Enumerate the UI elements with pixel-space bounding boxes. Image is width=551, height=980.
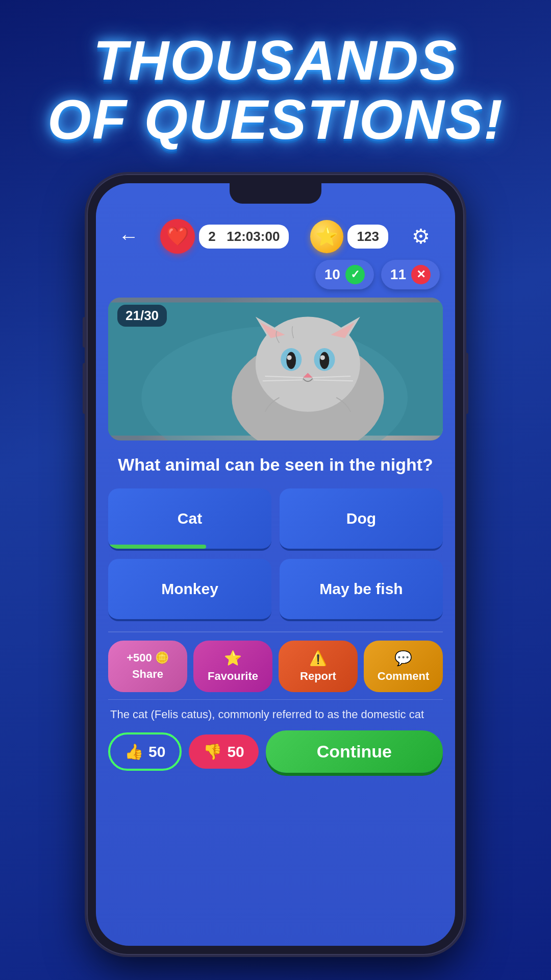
wrong-score-badge: 11 ✕ <box>381 260 440 289</box>
downvote-button[interactable]: 👎 50 <box>189 734 258 769</box>
coin-icon <box>310 220 343 253</box>
svg-point-10 <box>286 352 296 369</box>
star-icon: ⭐ <box>224 650 242 667</box>
continue-label: Continue <box>317 742 392 761</box>
answer-cat[interactable]: Cat <box>108 488 271 551</box>
description-text: The cat (Felis catus), commonly referred… <box>108 699 443 723</box>
share-label: Share <box>132 668 163 681</box>
thumbs-up-icon: 👍 <box>124 743 143 761</box>
phone-wrapper: ← 2 12:03:00 123 <box>87 174 464 955</box>
question-text: What animal can be seen in the night? <box>108 453 443 477</box>
back-button[interactable]: ← <box>113 221 144 252</box>
comment-label: Comment <box>378 670 429 683</box>
report-label: Report <box>300 670 336 683</box>
timer-value: 12:03:00 <box>227 229 280 244</box>
answers-grid: Cat Dog Monkey May be fish <box>108 488 443 621</box>
back-arrow-icon: ← <box>118 225 139 248</box>
header-bar: ← 2 12:03:00 123 <box>108 219 443 254</box>
svg-point-12 <box>287 355 291 360</box>
phone-notch <box>230 183 321 204</box>
side-button-right <box>464 353 468 414</box>
thumbs-down-icon: 👎 <box>203 743 222 761</box>
svg-point-11 <box>320 352 330 369</box>
wrong-count: 11 <box>390 266 406 283</box>
answer-cat-label: Cat <box>178 510 202 527</box>
title-line1: THOUSANDS <box>47 31 504 90</box>
share-button[interactable]: +500 🪙 Share <box>108 641 187 692</box>
title-section: THOUSANDS OF QUESTIONS! <box>47 31 504 149</box>
warning-icon: ⚠️ <box>309 650 327 667</box>
x-icon: ✕ <box>411 265 431 284</box>
score-row: 10 ✓ 11 ✕ <box>108 260 443 289</box>
answers-row-bottom: Monkey May be fish <box>108 559 443 621</box>
side-button-left-top <box>83 317 87 348</box>
share-prefix: +500 🪙 <box>127 651 169 665</box>
action-bar: +500 🪙 Share ⭐ Favourite ⚠️ Report 💬 Com… <box>108 631 443 692</box>
settings-button[interactable]: ⚙ <box>405 220 438 253</box>
lives-section: 2 12:03:00 <box>160 219 289 254</box>
lives-count: 2 12:03:00 <box>199 225 289 249</box>
answers-row-top: Cat Dog <box>108 488 443 551</box>
answer-fish-label: May be fish <box>319 580 403 598</box>
check-icon: ✓ <box>345 265 365 284</box>
coins-count: 123 <box>347 225 388 249</box>
phone-screen: ← 2 12:03:00 123 <box>96 183 455 946</box>
answer-dog-label: Dog <box>346 510 376 527</box>
comment-button[interactable]: 💬 Comment <box>364 641 443 692</box>
upvote-count: 50 <box>148 743 165 761</box>
question-image-container: 21/30 <box>108 298 443 440</box>
lives-value: 2 <box>208 229 215 244</box>
coins-section: 123 <box>310 220 388 253</box>
svg-point-13 <box>320 355 325 360</box>
side-button-left-bottom <box>83 363 87 414</box>
continue-button[interactable]: Continue <box>266 730 443 773</box>
question-counter: 21/30 <box>117 305 167 327</box>
answer-monkey-label: Monkey <box>161 580 218 598</box>
favourite-label: Favourite <box>208 670 258 683</box>
answer-monkey[interactable]: Monkey <box>108 559 271 621</box>
comment-icon: 💬 <box>394 650 412 667</box>
report-button[interactable]: ⚠️ Report <box>279 641 358 692</box>
downvote-count: 50 <box>227 743 244 761</box>
correct-count: 10 <box>324 266 340 283</box>
favourite-button[interactable]: ⭐ Favourite <box>193 641 272 692</box>
heart-wrap <box>160 219 195 254</box>
answer-dog[interactable]: Dog <box>280 488 443 551</box>
answer-fish[interactable]: May be fish <box>280 559 443 621</box>
gear-icon: ⚙ <box>412 225 430 248</box>
screen-content: ← 2 12:03:00 123 <box>96 209 455 773</box>
bottom-buttons: 👍 50 👎 50 Continue <box>108 730 443 773</box>
upvote-button[interactable]: 👍 50 <box>108 732 182 771</box>
heart-icon <box>160 219 195 254</box>
correct-score-badge: 10 ✓ <box>315 260 374 289</box>
title-line2: OF QUESTIONS! <box>47 90 504 149</box>
